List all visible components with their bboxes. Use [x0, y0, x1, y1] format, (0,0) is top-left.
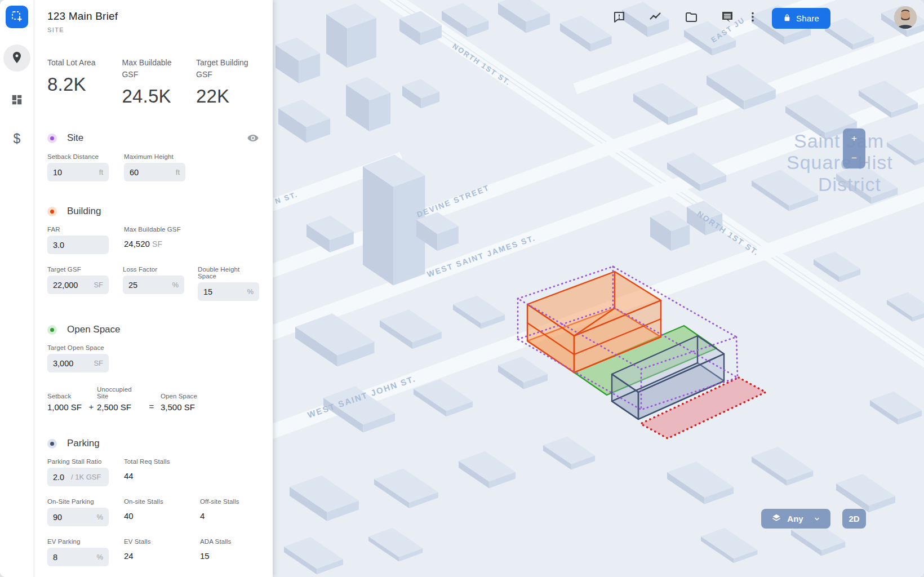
on-site-parking-input[interactable]: % [47, 508, 109, 526]
map-toolbar [611, 7, 759, 28]
user-photo [894, 6, 917, 29]
layers-filter-dropdown[interactable]: Any [761, 509, 830, 529]
loss-factor-field: Loss Factor % [123, 266, 198, 301]
trend-line-icon [648, 10, 663, 25]
location-pin-icon [10, 51, 24, 66]
financials-tool-button[interactable]: $ [6, 129, 28, 148]
ev-parking-input[interactable]: % [47, 548, 109, 566]
analytics-button[interactable] [647, 7, 664, 28]
marquee-select-icon [10, 10, 24, 25]
app-window: $ 123 Main Brief SITE Total Lot Area 8.2… [0, 0, 924, 577]
metric-target-building-gsf: Target Building GSF 22K [196, 57, 259, 107]
target-gsf-field: Target GSF SF [47, 266, 123, 301]
max-buildable-gsf-field: Max Buildable GSF 24,520 SF [124, 226, 200, 254]
lock-icon [783, 14, 791, 24]
site-tool-button[interactable] [3, 45, 30, 72]
feedback-icon [612, 10, 626, 25]
page-subtitle: SITE [47, 26, 259, 33]
select-tool-button[interactable] [6, 6, 28, 28]
zoom-out-button[interactable]: − [843, 149, 865, 169]
maximum-height-input[interactable]: ft [124, 163, 185, 181]
open-space-formula: Setback 1,000 SF + Unoccupied Site 2,500… [47, 386, 259, 412]
far-input[interactable] [47, 236, 109, 254]
dollar-icon: $ [14, 131, 21, 147]
section-open-space-header: Open Space [47, 324, 259, 335]
setback-distance-input[interactable]: ft [47, 163, 109, 181]
projects-button[interactable] [683, 7, 700, 28]
target-gsf-input[interactable]: SF [47, 276, 109, 294]
more-options-icon [747, 10, 759, 25]
target-open-space-input[interactable]: SF [47, 354, 109, 372]
target-open-space-field: Target Open Space SF [47, 344, 124, 372]
loss-factor-input[interactable]: % [123, 276, 184, 294]
off-site-stalls-field: Off-site Stalls 4 [200, 498, 259, 526]
dashboard-tool-button[interactable] [6, 91, 28, 110]
folder-icon [685, 10, 698, 25]
layers-icon [771, 513, 781, 525]
page-title: 123 Main Brief [47, 10, 259, 23]
equals-operator: = [143, 402, 161, 412]
double-height-space-field: Double Height Space % [198, 266, 259, 301]
far-field: FAR [47, 226, 124, 254]
setback-distance-field: Setback Distance ft [47, 153, 124, 181]
section-site-header: Site [47, 132, 259, 144]
total-req-stalls-field: Total Req Stalls 44 [124, 458, 200, 486]
plus-operator: + [86, 402, 97, 412]
site-visibility-toggle[interactable] [247, 132, 259, 144]
section-building-header: Building [47, 206, 259, 217]
summary-metrics: Total Lot Area 8.2K Max Buildable GSF 24… [47, 57, 259, 107]
parking-stall-ratio-field: Parking Stall Ratio / 1K GSF [47, 458, 124, 486]
more-options-button[interactable] [747, 7, 759, 28]
avatar[interactable] [894, 6, 917, 29]
svg-text:District: District [818, 174, 881, 195]
map-bottom-controls: Any 2D [761, 509, 866, 529]
maximum-height-field: Maximum Height ft [124, 153, 200, 181]
comments-button[interactable] [719, 7, 736, 28]
on-site-stalls-field: On-site Stalls 40 [124, 498, 200, 526]
open-space-section-dot [47, 325, 57, 335]
ev-parking-field: EV Parking % [47, 538, 124, 566]
zoom-in-button[interactable]: + [843, 128, 865, 149]
ev-stalls-field: EV Stalls 24 [124, 538, 200, 566]
map-scene: NORTH 1ST ST. DEVINE STREET WEST SAINT J… [273, 0, 924, 577]
left-toolbar: $ [0, 0, 34, 577]
metric-total-lot-area: Total Lot Area 8.2K [47, 57, 122, 107]
map-canvas[interactable]: NORTH 1ST ST. DEVINE STREET WEST SAINT J… [273, 0, 924, 577]
dashboard-icon [11, 94, 23, 108]
site-section-dot [47, 134, 57, 143]
parking-stall-ratio-input[interactable]: / 1K GSF [47, 468, 109, 486]
section-parking-header: Parking [47, 438, 259, 449]
chevron-down-icon [814, 516, 820, 522]
parking-section-dot [47, 439, 57, 449]
double-height-space-input[interactable]: % [198, 282, 259, 301]
eye-icon [247, 137, 259, 146]
on-site-parking-field: On-Site Parking % [47, 498, 124, 526]
svg-text:Saint Jam: Saint Jam [794, 130, 884, 152]
svg-text:Square Hist: Square Hist [787, 152, 893, 173]
zoom-controls: + − [843, 128, 865, 168]
comments-icon [721, 10, 734, 25]
share-button[interactable]: Share [772, 8, 830, 29]
feedback-button[interactable] [611, 7, 628, 28]
metric-max-buildable-gsf: Max Buildable GSF 24.5K [122, 57, 196, 107]
2d-view-toggle[interactable]: 2D [842, 509, 866, 529]
brief-panel: 123 Main Brief SITE Total Lot Area 8.2K … [34, 0, 273, 577]
building-section-dot [47, 207, 57, 216]
ada-stalls-field: ADA Stalls 15 [200, 538, 259, 566]
